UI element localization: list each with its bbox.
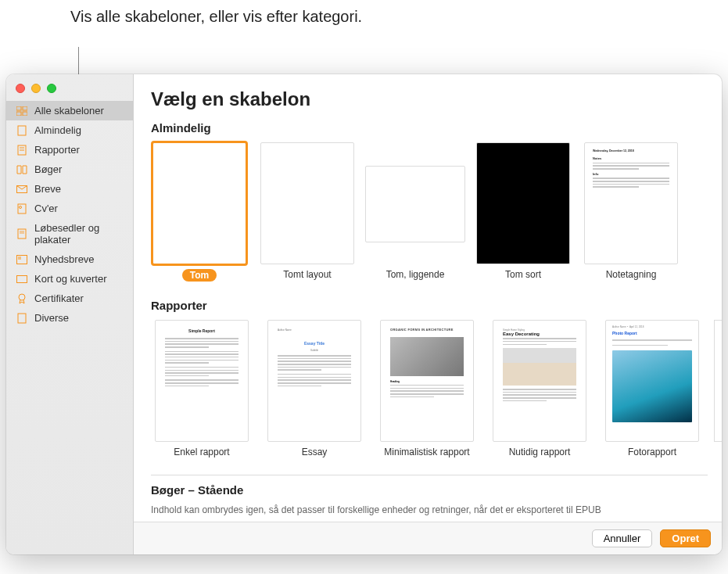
doc-icon (16, 145, 28, 156)
template-thumb (476, 142, 570, 264)
template-tile-tom-sort[interactable]: Tom sort (475, 142, 572, 282)
svg-rect-18 (18, 314, 26, 323)
doc-icon (16, 125, 28, 136)
svg-point-10 (20, 206, 22, 208)
close-window-button[interactable] (16, 84, 25, 93)
grid-icon (16, 106, 28, 117)
sidebar-item-boger[interactable]: Bøger (6, 160, 133, 179)
minimize-window-button[interactable] (31, 84, 41, 93)
poster-icon (16, 228, 28, 239)
template-tile-nutidig[interactable]: Simple Home Styling Easy Decorating Nuti… (489, 320, 590, 457)
sidebar-item-breve[interactable]: Breve (6, 179, 133, 199)
doc-icon (16, 313, 28, 324)
template-label: Enkel rapport (174, 447, 229, 457)
template-thumb (152, 142, 246, 264)
template-label: Tom sort (505, 269, 541, 280)
svg-rect-4 (18, 126, 26, 135)
sidebar-item-certifikater[interactable]: Certifikater (6, 289, 133, 308)
section-title-boger: Bøger – Stående (151, 483, 722, 497)
template-thumb: Wednesday, December 12, 2018 Notes Info (584, 142, 678, 264)
template-label: Minimalistisk rapport (384, 447, 469, 457)
sidebar-item-kort[interactable]: Kort og kuverter (6, 269, 133, 289)
sidebar: Alle skabeloner Almindelig Rapporter Bøg… (6, 74, 134, 554)
window-controls (6, 79, 133, 101)
page-title: Vælg en skabelon (151, 88, 722, 110)
template-tile-essay[interactable]: Author Name Essay Title Subtitle Essay (264, 320, 365, 457)
template-tile-tom-liggende[interactable]: Tom, liggende (367, 142, 464, 282)
template-label: Tomt layout (283, 269, 331, 280)
template-thumb: Author Name • April 12, 2018 Photo Repor… (605, 320, 699, 442)
ribbon-icon (16, 293, 28, 304)
template-label: Notetagning (606, 269, 657, 280)
sidebar-item-label: Almindelig (34, 124, 81, 136)
template-tile-tom[interactable]: Tom (151, 142, 248, 282)
sidebar-item-label: Breve (34, 183, 61, 195)
svg-rect-1 (23, 106, 27, 110)
sidebar-item-label: Nyhedsbreve (34, 253, 95, 265)
doc-icon (16, 203, 28, 214)
svg-rect-9 (18, 204, 26, 213)
section-title-almindelig: Almindelig (151, 121, 722, 135)
template-thumb (260, 142, 354, 264)
help-callout: Vis alle skabeloner, eller vis efter kat… (70, 6, 362, 27)
news-icon (16, 254, 28, 265)
template-label: Tom, liggende (386, 269, 445, 280)
template-label: Tom (182, 269, 217, 282)
template-label: Nutidig rapport (509, 447, 571, 457)
cancel-button[interactable]: Annuller (592, 529, 653, 547)
sidebar-item-all-templates[interactable]: Alle skabeloner (6, 101, 133, 120)
sidebar-item-label: Alle skabeloner (34, 105, 104, 117)
template-thumb: Simple Report (155, 320, 249, 442)
svg-point-17 (19, 294, 25, 300)
sidebar-item-diverse[interactable]: Diverse (6, 308, 133, 328)
book-icon (16, 164, 28, 175)
main-area: Vælg en skabelon Almindelig Tom Tomt lay… (134, 74, 722, 554)
svg-rect-13 (17, 255, 27, 264)
sidebar-item-label: Kort og kuverter (34, 273, 107, 285)
sidebar-item-almindelig[interactable]: Almindelig (6, 120, 133, 140)
sidebar-item-label: Bøger (34, 163, 62, 175)
template-scroll-area[interactable]: Vælg en skabelon Almindelig Tom Tomt lay… (134, 74, 722, 522)
template-thumb: ORGANIC FORMS IN ARCHITECTURE Heading (380, 320, 474, 442)
template-thumb: Simple Home Styling Easy Decorating (493, 320, 586, 442)
sidebar-item-label: Løbesedler og plakater (34, 222, 124, 246)
sidebar-item-label: Cv'er (34, 203, 58, 214)
svg-rect-16 (17, 275, 27, 282)
template-tile-minimalistisk[interactable]: ORGANIC FORMS IN ARCHITECTURE Heading Mi… (376, 320, 478, 457)
template-thumb (365, 166, 465, 242)
row-rapporter: Simple Report Enkel rapport Author Name (151, 320, 722, 457)
section-subtext-boger: Indhold kan ombrydes igen, så det passer… (151, 504, 722, 515)
template-label: Fotorapport (628, 447, 676, 457)
template-tile-notetagning[interactable]: Wednesday, December 12, 2018 Notes Info … (583, 142, 680, 282)
card-icon (16, 274, 28, 285)
sidebar-item-label: Rapporter (34, 144, 80, 156)
svg-rect-0 (16, 106, 21, 110)
svg-rect-2 (16, 112, 21, 116)
sidebar-item-label: Certifikater (34, 292, 84, 304)
sidebar-item-nyhedsbreve[interactable]: Nyhedsbreve (6, 249, 133, 269)
sidebar-item-rapporter[interactable]: Rapporter (6, 140, 133, 160)
svg-rect-12 (20, 231, 24, 234)
template-chooser-window: Alle skabeloner Almindelig Rapporter Bøg… (6, 74, 722, 554)
create-button[interactable]: Opret (660, 529, 711, 547)
zoom-window-button[interactable] (47, 84, 56, 93)
partial-next-tile (714, 320, 722, 457)
sidebar-item-label: Diverse (34, 312, 69, 324)
template-label: Essay (302, 447, 328, 457)
sidebar-item-lobesedler[interactable]: Løbesedler og plakater (6, 218, 133, 249)
section-title-rapporter: Rapporter (151, 299, 722, 312)
envelope-icon (16, 184, 28, 195)
row-almindelig: Tom Tomt layout Tom, liggende Tom sort (151, 142, 722, 282)
svg-rect-3 (23, 112, 27, 116)
sidebar-item-cv[interactable]: Cv'er (6, 199, 133, 218)
section-divider (151, 475, 708, 475)
template-tile-tomt-layout[interactable]: Tomt layout (259, 142, 356, 282)
template-tile-fotorapport[interactable]: Author Name • April 12, 2018 Photo Repor… (601, 320, 703, 457)
template-tile-enkel-rapport[interactable]: Simple Report Enkel rapport (151, 320, 253, 457)
template-thumb: Author Name Essay Title Subtitle (267, 320, 361, 442)
footer-bar: Annuller Opret (134, 522, 722, 554)
